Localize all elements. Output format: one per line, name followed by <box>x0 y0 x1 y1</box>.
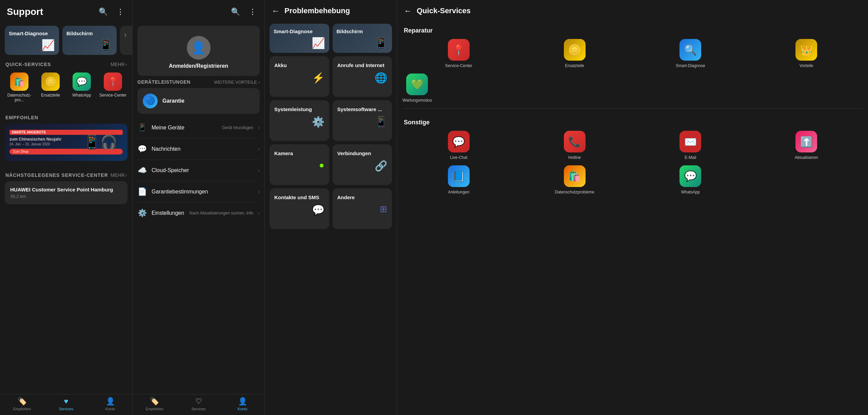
tab-empfohlen[interactable]: 🏷️ Empfohlen <box>0 397 44 411</box>
qs-p4-service-center[interactable]: 📍 Service-Center <box>402 39 515 69</box>
menu-cloud[interactable]: ☁️ Cloud-Speicher › <box>137 160 260 181</box>
prob-bildschirm[interactable]: Bildschirm 📱 <box>333 24 392 53</box>
qs-service-center-icon: 📍 <box>104 72 122 91</box>
support-scroll: Smart-Diagnose 📈 Bildschirm 📱 › QUICK-SE… <box>0 22 132 394</box>
einstellungen-icon: ⚙️ <box>137 209 147 217</box>
qs-p4-vorteile-label: Vorteile <box>800 63 813 69</box>
tab2-konto-icon: 👤 <box>238 397 247 406</box>
prob-andere-label: Andere <box>337 194 388 201</box>
tab2-konto[interactable]: 👤 Konto <box>220 397 264 411</box>
prob-system-leistung-icon: ⚙️ <box>312 116 324 128</box>
prob-smart-diagnose[interactable]: Smart-Diagnose 📈 <box>270 24 329 53</box>
qs-p4-aktualisieren-icon: ⬆️ <box>795 131 817 152</box>
prob-system-leistung[interactable]: System­leistung ⚙️ <box>270 100 329 141</box>
qs-p4-vorteile[interactable]: 👑 Vorteile <box>750 39 863 69</box>
einstellungen-sublabel: Nach Aktualisierungen suchen, Info <box>190 211 253 215</box>
qs-whatsapp[interactable]: 💬 WhatsApp <box>67 70 96 105</box>
menu-list: 📱 Meine Geräte Gerät hinzufügen › 💬 Nach… <box>133 117 264 224</box>
tab2-services[interactable]: ♡ Services <box>177 397 221 411</box>
meine-geraete-icon: 📱 <box>137 123 147 132</box>
prob-bildschirm-icon: 📱 <box>374 37 388 49</box>
tab-bar-2: 🏷️ Empfohlen ♡ Services 👤 Konto <box>133 394 264 415</box>
bildschirm-card[interactable]: Bildschirm 📱 <box>62 26 117 55</box>
meine-geraete-chevron: › <box>258 125 260 131</box>
cloud-icon: ☁️ <box>137 166 147 175</box>
empfohlen-section-header: EMPFOHLEN <box>0 108 132 124</box>
menu-garantie[interactable]: 📄 Garantiebestimmungen › <box>137 181 260 203</box>
tab2-empfohlen-icon: 🏷️ <box>150 397 159 406</box>
promo-banner[interactable]: SMARTE ANGEBOTE zum Chinesischen Neujahr… <box>5 124 127 161</box>
tab2-konto-label: Konto <box>238 407 248 411</box>
menu-einstellungen[interactable]: ⚙️ Einstellungen Nach Aktualisierungen s… <box>137 203 260 224</box>
qs-datenschutz[interactable]: 🛍️ Datenschutz­pro... <box>5 70 34 105</box>
tab-services[interactable]: ♥ Services <box>44 397 88 411</box>
qs-p4-aktualisieren[interactable]: ⬆️ Aktualisieren <box>750 131 863 161</box>
qs-p4-ersatzteile[interactable]: 🪙 Ersatzteile <box>518 39 631 69</box>
garantie-card[interactable]: 🔵 Garantie <box>137 88 260 114</box>
prob-andere[interactable]: Andere ⊞ <box>333 188 392 229</box>
qs-service-center-label: Service-Center <box>99 93 126 98</box>
account-search-button[interactable]: 🔍 <box>230 6 241 18</box>
qs-p4-email[interactable]: ✉️ E-Mail <box>634 131 747 161</box>
qs-p4-whatsapp[interactable]: 💬 WhatsApp <box>634 165 747 195</box>
prob-system-leistung-label: System­leistung <box>274 106 324 112</box>
prob-anrufe-icon: 🌐 <box>375 72 387 84</box>
bildschirm-icon: 📱 <box>99 39 113 51</box>
prob-back-button[interactable]: ← <box>272 6 280 16</box>
benefits-more[interactable]: WEITERE VORTEILE › <box>214 80 260 85</box>
quick-services-section-header: QUICK-SERVICES MEHR › <box>0 55 132 70</box>
einstellungen-right: Nach Aktualisierungen suchen, Info <box>190 211 253 215</box>
tab-bar-1: 🏷️ Empfohlen ♥ Services 👤 Konto <box>0 394 132 415</box>
menu-meine-geraete[interactable]: 📱 Meine Geräte Gerät hinzufügen › <box>137 117 260 139</box>
qs-p4-wartung[interactable]: 💚 Wartungs­modus <box>402 74 432 103</box>
menu-nachrichten[interactable]: 💬 Nachrichten › <box>137 139 260 160</box>
prob-akku-label: Akku <box>274 62 324 68</box>
smart-diagnose-card[interactable]: Smart-Diagnose 📈 <box>5 26 59 55</box>
qs-p4-hotline[interactable]: 📞 Hotline <box>518 131 631 161</box>
tab2-empfohlen[interactable]: 🏷️ Empfohlen <box>133 397 177 411</box>
tab2-services-label: Services <box>191 407 205 411</box>
quick-services-more[interactable]: MEHR › <box>111 62 127 67</box>
garantie-icon: 🔵 <box>143 94 158 108</box>
more-card[interactable]: › <box>120 26 132 55</box>
prob-verbindungen-icon: 🔗 <box>375 160 387 172</box>
tab-empfohlen-label: Empfohlen <box>13 407 31 411</box>
reparatur-grid: 📍 Service-Center 🪙 Ersatzteile 🔍 Smart-D… <box>397 39 868 74</box>
prob-akku[interactable]: Akku ⚡ <box>270 56 329 97</box>
qs-p4-wartung-icon: 💚 <box>406 74 428 95</box>
benefits-header: GERÄTELEISTUNGEN WEITERE VORTEILE › <box>137 79 260 85</box>
qs-p4-anleitungen[interactable]: 📘 Anleitungen <box>402 165 515 195</box>
service-center-card[interactable]: HUAWEI Customer Service Point Hamburg 39… <box>5 181 127 204</box>
einstellungen-label: Einstellungen <box>152 210 185 216</box>
account-header-icons: 🔍 ⋮ <box>230 6 258 18</box>
qs-p4-datenschutz[interactable]: 🛍️ Datenschutz­probleme <box>518 165 631 195</box>
qs-service-center[interactable]: 📍 Service-Center <box>98 70 127 105</box>
service-center-more[interactable]: MEHR › <box>111 172 127 178</box>
tab-konto[interactable]: 👤 Konto <box>88 397 132 411</box>
account-menu-button[interactable]: ⋮ <box>248 6 258 18</box>
top-cards-row: Smart-Diagnose 📈 Bildschirm 📱 › <box>0 22 132 55</box>
user-avatar-section[interactable]: 👤 Anmelden/Registrieren <box>137 26 260 76</box>
search-button[interactable]: 🔍 <box>97 6 109 18</box>
garantie-menu-icon: 📄 <box>137 187 147 196</box>
prob-anrufe-label: Anrufe und Internet <box>337 62 388 68</box>
bildschirm-label: Bildschirm <box>66 30 93 37</box>
prob-kontakte-label: Kontakte und SMS <box>274 194 324 201</box>
qs-p4-smart-diagnose[interactable]: 🔍 Smart-Diagnose <box>634 39 747 69</box>
qs-p4-live-chat[interactable]: 💬 Live-Chat <box>402 131 515 161</box>
prob-system-software[interactable]: System­software ... 📱 <box>333 100 392 141</box>
tab-konto-label: Konto <box>105 407 115 411</box>
qs-p4-ersatzteile-label: Ersatzteile <box>565 63 584 69</box>
quick-services-grid: 🛍️ Datenschutz­pro... 🪙 Ersatzteile 💬 Wh… <box>0 70 132 108</box>
service-center-section-header: NÄCHSTGELEGENES SERVICE-CENTER MEHR › <box>0 166 132 181</box>
qs-ersatzteile[interactable]: 🪙 Ersatzteile <box>36 70 65 105</box>
benefits-title: GERÄTELEISTUNGEN <box>137 79 191 85</box>
prob-kamera[interactable]: Kamera ● <box>270 144 329 185</box>
avatar: 👤 <box>187 36 211 60</box>
qs-back-button[interactable]: ← <box>404 6 412 16</box>
menu-button[interactable]: ⋮ <box>115 6 125 18</box>
smart-diagnose-icon: 📈 <box>41 39 55 51</box>
prob-kontakte[interactable]: Kontakte und SMS 💬 <box>270 188 329 229</box>
prob-verbindungen[interactable]: Verbindun­gen 🔗 <box>333 144 392 185</box>
prob-anrufe[interactable]: Anrufe und Internet 🌐 <box>333 56 392 97</box>
